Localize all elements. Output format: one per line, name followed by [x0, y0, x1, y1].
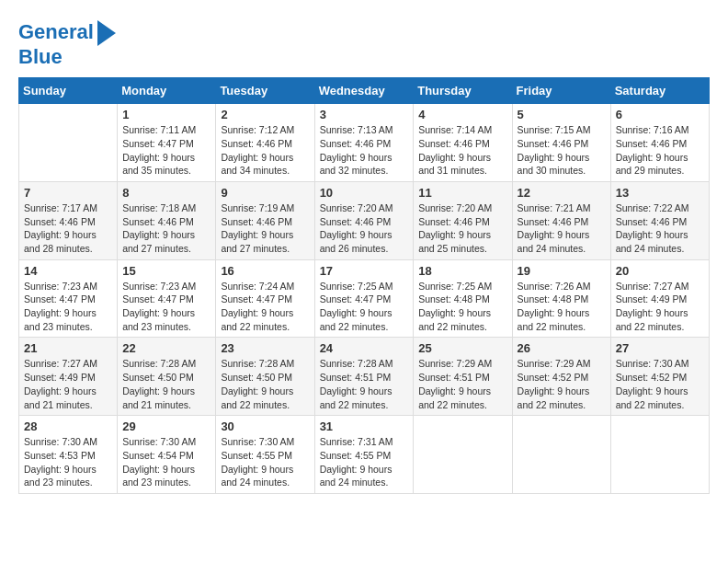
- calendar-cell: 7Sunrise: 7:17 AMSunset: 4:46 PMDaylight…: [19, 181, 118, 259]
- day-number: 2: [221, 108, 309, 121]
- calendar-day-header: Wednesday: [314, 78, 414, 104]
- day-number: 8: [122, 186, 210, 200]
- day-info: Sunrise: 7:11 AMSunset: 4:47 PMDaylight:…: [122, 123, 210, 178]
- day-info: Sunrise: 7:28 AMSunset: 4:50 PMDaylight:…: [221, 357, 309, 411]
- calendar-day-header: Monday: [118, 78, 216, 104]
- calendar-cell: 23Sunrise: 7:28 AMSunset: 4:50 PMDayligh…: [216, 338, 314, 416]
- day-number: 11: [418, 186, 506, 200]
- day-number: 26: [518, 341, 606, 355]
- calendar-cell: 17Sunrise: 7:25 AMSunset: 4:47 PMDayligh…: [314, 259, 414, 338]
- logo: General Blue: [18, 18, 116, 68]
- calendar-cell: 6Sunrise: 7:16 AMSunset: 4:46 PMDaylight…: [610, 104, 709, 182]
- day-number: 3: [320, 108, 409, 121]
- day-info: Sunrise: 7:30 AMSunset: 4:54 PMDaylight:…: [122, 435, 210, 489]
- calendar-cell: 18Sunrise: 7:25 AMSunset: 4:48 PMDayligh…: [414, 259, 512, 338]
- day-number: 20: [616, 264, 704, 278]
- calendar-cell: 15Sunrise: 7:23 AMSunset: 4:47 PMDayligh…: [118, 259, 216, 338]
- calendar-cell: 8Sunrise: 7:18 AMSunset: 4:46 PMDaylight…: [118, 181, 216, 259]
- calendar-cell: 20Sunrise: 7:27 AMSunset: 4:49 PMDayligh…: [610, 259, 709, 338]
- day-info: Sunrise: 7:18 AMSunset: 4:46 PMDaylight:…: [122, 201, 210, 256]
- calendar-cell: 9Sunrise: 7:19 AMSunset: 4:46 PMDaylight…: [216, 181, 314, 259]
- day-info: Sunrise: 7:29 AMSunset: 4:51 PMDaylight:…: [418, 357, 506, 411]
- calendar-cell: 12Sunrise: 7:21 AMSunset: 4:46 PMDayligh…: [512, 181, 610, 259]
- day-info: Sunrise: 7:30 AMSunset: 4:52 PMDaylight:…: [616, 357, 704, 411]
- day-info: Sunrise: 7:15 AMSunset: 4:46 PMDaylight:…: [518, 123, 606, 178]
- day-number: 16: [221, 264, 309, 278]
- calendar-cell: 25Sunrise: 7:29 AMSunset: 4:51 PMDayligh…: [414, 338, 512, 416]
- day-number: 13: [616, 186, 704, 200]
- calendar-header-row: SundayMondayTuesdayWednesdayThursdayFrid…: [19, 78, 710, 104]
- day-number: 22: [122, 341, 210, 355]
- calendar-week-row: 1Sunrise: 7:11 AMSunset: 4:47 PMDaylight…: [19, 104, 710, 182]
- day-info: Sunrise: 7:30 AMSunset: 4:53 PMDaylight:…: [24, 435, 112, 489]
- day-info: Sunrise: 7:30 AMSunset: 4:55 PMDaylight:…: [221, 435, 309, 489]
- day-info: Sunrise: 7:19 AMSunset: 4:46 PMDaylight:…: [221, 201, 309, 256]
- calendar-cell: 21Sunrise: 7:27 AMSunset: 4:49 PMDayligh…: [19, 338, 118, 416]
- day-info: Sunrise: 7:23 AMSunset: 4:47 PMDaylight:…: [24, 280, 112, 334]
- logo-arrow-icon: [97, 20, 116, 46]
- calendar-day-header: Sunday: [19, 78, 118, 104]
- day-info: Sunrise: 7:12 AMSunset: 4:46 PMDaylight:…: [221, 123, 309, 178]
- day-info: Sunrise: 7:29 AMSunset: 4:52 PMDaylight:…: [518, 357, 606, 411]
- calendar-cell: 10Sunrise: 7:20 AMSunset: 4:46 PMDayligh…: [314, 181, 414, 259]
- calendar-cell: 31Sunrise: 7:31 AMSunset: 4:55 PMDayligh…: [314, 416, 414, 494]
- day-info: Sunrise: 7:17 AMSunset: 4:46 PMDaylight:…: [24, 201, 112, 256]
- day-number: 21: [24, 341, 112, 355]
- calendar-week-row: 14Sunrise: 7:23 AMSunset: 4:47 PMDayligh…: [19, 259, 710, 338]
- day-info: Sunrise: 7:31 AMSunset: 4:55 PMDaylight:…: [320, 435, 409, 489]
- calendar-cell: [19, 104, 118, 182]
- page-header: General Blue: [18, 18, 710, 68]
- day-info: Sunrise: 7:28 AMSunset: 4:50 PMDaylight:…: [122, 357, 210, 411]
- calendar-cell: [610, 416, 709, 494]
- day-info: Sunrise: 7:21 AMSunset: 4:46 PMDaylight:…: [518, 201, 606, 256]
- day-info: Sunrise: 7:25 AMSunset: 4:47 PMDaylight:…: [320, 280, 409, 334]
- calendar-cell: 3Sunrise: 7:13 AMSunset: 4:46 PMDaylight…: [314, 104, 414, 182]
- day-info: Sunrise: 7:25 AMSunset: 4:48 PMDaylight:…: [418, 280, 506, 334]
- day-info: Sunrise: 7:20 AMSunset: 4:46 PMDaylight:…: [418, 201, 506, 256]
- day-number: 25: [418, 341, 506, 355]
- day-info: Sunrise: 7:22 AMSunset: 4:46 PMDaylight:…: [616, 201, 704, 256]
- calendar-cell: 2Sunrise: 7:12 AMSunset: 4:46 PMDaylight…: [216, 104, 314, 182]
- day-info: Sunrise: 7:24 AMSunset: 4:47 PMDaylight:…: [221, 280, 309, 334]
- calendar-cell: 4Sunrise: 7:14 AMSunset: 4:46 PMDaylight…: [414, 104, 512, 182]
- day-info: Sunrise: 7:16 AMSunset: 4:46 PMDaylight:…: [616, 123, 704, 178]
- day-number: 9: [221, 186, 309, 200]
- day-number: 29: [122, 419, 210, 433]
- calendar-cell: 29Sunrise: 7:30 AMSunset: 4:54 PMDayligh…: [118, 416, 216, 494]
- day-number: 19: [518, 264, 606, 278]
- calendar-week-row: 28Sunrise: 7:30 AMSunset: 4:53 PMDayligh…: [19, 416, 710, 494]
- calendar-table: SundayMondayTuesdayWednesdayThursdayFrid…: [18, 77, 710, 494]
- calendar-cell: 14Sunrise: 7:23 AMSunset: 4:47 PMDayligh…: [19, 259, 118, 338]
- calendar-cell: [512, 416, 610, 494]
- calendar-cell: 11Sunrise: 7:20 AMSunset: 4:46 PMDayligh…: [414, 181, 512, 259]
- day-number: 15: [122, 264, 210, 278]
- calendar-cell: 26Sunrise: 7:29 AMSunset: 4:52 PMDayligh…: [512, 338, 610, 416]
- day-number: 6: [616, 108, 704, 121]
- day-number: 27: [616, 341, 704, 355]
- calendar-cell: 27Sunrise: 7:30 AMSunset: 4:52 PMDayligh…: [610, 338, 709, 416]
- day-info: Sunrise: 7:23 AMSunset: 4:47 PMDaylight:…: [122, 280, 210, 334]
- calendar-day-header: Tuesday: [216, 78, 314, 104]
- day-number: 4: [418, 108, 506, 121]
- day-number: 24: [320, 341, 409, 355]
- calendar-day-header: Saturday: [610, 78, 709, 104]
- day-number: 23: [221, 341, 309, 355]
- day-number: 30: [221, 419, 309, 433]
- day-number: 12: [518, 186, 606, 200]
- day-number: 28: [24, 419, 112, 433]
- calendar-cell: 22Sunrise: 7:28 AMSunset: 4:50 PMDayligh…: [118, 338, 216, 416]
- day-number: 7: [24, 186, 112, 200]
- calendar-day-header: Friday: [512, 78, 610, 104]
- calendar-week-row: 21Sunrise: 7:27 AMSunset: 4:49 PMDayligh…: [19, 338, 710, 416]
- calendar-cell: 16Sunrise: 7:24 AMSunset: 4:47 PMDayligh…: [216, 259, 314, 338]
- calendar-cell: 28Sunrise: 7:30 AMSunset: 4:53 PMDayligh…: [19, 416, 118, 494]
- day-number: 5: [518, 108, 606, 121]
- calendar-day-header: Thursday: [414, 78, 512, 104]
- calendar-cell: 1Sunrise: 7:11 AMSunset: 4:47 PMDaylight…: [118, 104, 216, 182]
- day-info: Sunrise: 7:28 AMSunset: 4:51 PMDaylight:…: [320, 357, 409, 411]
- calendar-cell: 24Sunrise: 7:28 AMSunset: 4:51 PMDayligh…: [314, 338, 414, 416]
- day-number: 31: [320, 419, 409, 433]
- calendar-cell: 30Sunrise: 7:30 AMSunset: 4:55 PMDayligh…: [216, 416, 314, 494]
- day-info: Sunrise: 7:27 AMSunset: 4:49 PMDaylight:…: [616, 280, 704, 334]
- day-number: 10: [320, 186, 409, 200]
